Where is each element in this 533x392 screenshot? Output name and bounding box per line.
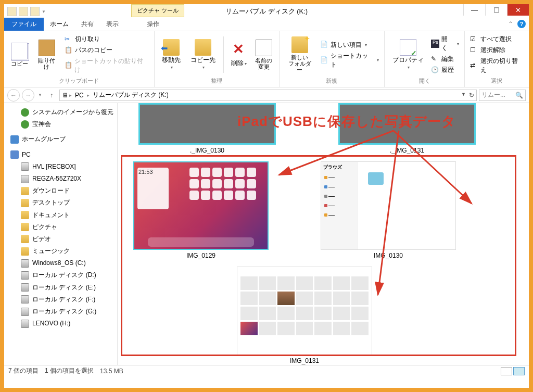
thumbnails-view-button[interactable] — [513, 367, 525, 375]
nav-item-label: ローカル ディスク (D:) — [32, 270, 96, 280]
nav-item-label: ローカル ディスク (G:) — [32, 307, 96, 317]
cut-button[interactable]: ✂切り取り — [64, 34, 150, 44]
details-view-button[interactable] — [501, 367, 512, 375]
folder-icon — [21, 199, 29, 207]
paste-button[interactable]: 貼り付け — [33, 33, 60, 76]
move-to-button[interactable]: ⬅移動先▾ — [159, 33, 184, 76]
nav-item[interactable]: ローカル ディスク (D:) — [4, 269, 117, 281]
nav-homegroup[interactable]: ホームグループ — [4, 133, 117, 145]
file-item-selected[interactable]: 21:53 IMG_0129 — [133, 161, 269, 259]
dropdown-icon[interactable]: ▼ — [461, 92, 466, 99]
search-icon: 🔍 — [515, 92, 523, 99]
file-item[interactable]: IMG_0131 — [133, 267, 476, 364]
file-item[interactable]: ブラウズ — — — — — IMG_0130 — [321, 161, 456, 259]
address-bar[interactable]: 🖥 ▸ PC ▸ リムーバブル ディスク (K:) ▼ ↻ — [59, 90, 477, 101]
nav-item[interactable]: Windows8_OS (C:) — [4, 257, 117, 269]
window-controls: — ☐ ✕ — [463, 4, 529, 16]
folder-icon — [21, 247, 29, 256]
nav-item-label: ビデオ — [32, 234, 51, 244]
nav-item[interactable]: ローカル ディスク (F:) — [4, 294, 117, 306]
nav-item[interactable]: ミュージック — [4, 245, 117, 257]
nav-system-restore[interactable]: システムのイメージから復元 — [4, 106, 117, 118]
collapse-ribbon-icon[interactable]: ⌃ — [508, 20, 513, 28]
content-pane[interactable]: iPadでUSBに保存した写真データ ._IMG_0130 ._IMG_0131 — [118, 103, 529, 365]
clipboard-group: コピー 貼り付け ✂切り取り 📋パスのコピー 📋ショートカットの貼り付け クリッ… — [4, 31, 155, 87]
search-input[interactable]: リムー... 🔍 — [479, 90, 526, 101]
history-dropdown-icon[interactable]: ▼ — [36, 89, 44, 102]
main-area: システムのイメージから復元 宝神会 ホームグループ PC HVL [RECBOX… — [4, 103, 529, 365]
nav-item-label: ピクチャ — [32, 222, 57, 232]
qat-dropdown-icon[interactable]: ▼ — [42, 9, 46, 14]
select-none-button[interactable]: ☐選択解除 — [469, 45, 525, 55]
nav-item[interactable]: デスクトップ — [4, 197, 117, 209]
history-button[interactable]: 🕑履歴 — [430, 65, 460, 75]
group-label: 開く — [389, 76, 460, 85]
file-grid: ._IMG_0130 ._IMG_0131 21:53 — [118, 103, 486, 365]
paste-shortcut-button[interactable]: 📋ショートカットの貼り付け — [64, 56, 150, 75]
view-tab[interactable]: 表示 — [100, 18, 125, 31]
nav-item[interactable]: ピクチャ — [4, 221, 117, 233]
organize-group: ⬅移動先▾ コピー先▾ 削除▾ 名前の 変更 整理 — [155, 31, 280, 87]
file-label: IMG_0129 — [186, 252, 215, 259]
context-operation-tab[interactable]: 操作 — [141, 18, 166, 31]
folder-icon — [21, 223, 29, 231]
new-item-button[interactable]: 📄新しい項目▾ — [319, 40, 380, 50]
ribbon: コピー 貼り付け ✂切り取り 📋パスのコピー 📋ショートカットの貼り付け クリッ… — [4, 31, 529, 87]
quick-access-toolbar: ▼ — [4, 7, 49, 16]
nav-item[interactable]: ローカル ディスク (G:) — [4, 306, 117, 318]
nav-item[interactable]: ドキュメント — [4, 209, 117, 221]
back-button[interactable]: ← — [7, 89, 20, 102]
nav-hojinkai[interactable]: 宝神会 — [4, 118, 117, 130]
close-button[interactable]: ✕ — [507, 4, 529, 16]
up-button[interactable]: ↑ — [46, 90, 57, 101]
file-thumbnail — [237, 267, 372, 355]
breadcrumb-drive[interactable]: リムーバブル ディスク (K:) — [91, 91, 171, 99]
help-icon[interactable]: ? — [517, 20, 526, 28]
file-tab[interactable]: ファイル — [4, 18, 44, 31]
navigation-pane[interactable]: システムのイメージから復元 宝神会 ホームグループ PC HVL [RECBOX… — [4, 103, 118, 365]
rename-button[interactable]: 名前の 変更 — [253, 33, 275, 76]
drive-icon — [21, 308, 29, 316]
file-thumbnail: ブラウズ — — — — — — [321, 161, 456, 250]
maximize-button[interactable]: ☐ — [485, 4, 507, 16]
group-label: 新規 — [284, 76, 380, 85]
select-all-button[interactable]: ☑すべて選択 — [469, 34, 525, 44]
forward-button[interactable]: → — [22, 89, 34, 102]
nav-item[interactable]: ローカル ディスク (E:) — [4, 282, 117, 294]
group-label: 選択 — [469, 76, 525, 85]
file-label: IMG_0131 — [290, 357, 319, 364]
qat-icon[interactable] — [7, 7, 17, 16]
new-group: ✦新しい フォルダー 📄新しい項目▾ 📄ショートカット▾ 新規 — [280, 31, 385, 87]
nav-item-label: ローカル ディスク (E:) — [32, 283, 96, 293]
nav-item[interactable]: HVL [RECBOX] — [4, 161, 117, 173]
copy-button[interactable]: コピー — [8, 33, 30, 76]
open-button[interactable]: Ps開く▾ — [430, 34, 460, 53]
select-group: ☑すべて選択 ☐選択解除 ⇄選択の切り替え 選択 — [465, 31, 529, 87]
copy-path-button[interactable]: 📋パスのコピー — [64, 45, 150, 55]
nav-pc[interactable]: PC — [4, 149, 117, 161]
qat-icon[interactable] — [19, 7, 28, 16]
invert-selection-button[interactable]: ⇄選択の切り替え — [469, 56, 525, 75]
selection-size: 13.5 MB — [100, 368, 123, 375]
file-label: ._IMG_0131 — [390, 147, 424, 154]
nav-item[interactable]: REGZA-55Z720X — [4, 173, 117, 185]
edit-button[interactable]: ✎編集 — [430, 54, 460, 64]
delete-button[interactable]: 削除▾ — [228, 33, 250, 76]
minimize-button[interactable]: — — [463, 4, 485, 16]
chevron-right-icon[interactable]: ▸ — [87, 93, 90, 98]
refresh-icon[interactable]: ↻ — [469, 92, 474, 99]
qat-icon[interactable] — [30, 7, 40, 16]
new-folder-button[interactable]: ✦新しい フォルダー — [284, 33, 316, 76]
home-tab[interactable]: ホーム — [44, 18, 75, 31]
breadcrumb-pc[interactable]: PC — [73, 92, 86, 99]
chevron-right-icon[interactable]: ▸ — [69, 93, 72, 98]
file-label: IMG_0130 — [374, 252, 403, 259]
new-shortcut-button[interactable]: 📄ショートカット▾ — [319, 51, 380, 70]
window-title: リムーバブル ディスク (K:) — [225, 7, 308, 16]
nav-item[interactable]: ビデオ — [4, 233, 117, 245]
copy-to-button[interactable]: コピー先▾ — [187, 33, 219, 76]
nav-item[interactable]: LENOVO (H:) — [4, 318, 117, 330]
nav-item[interactable]: ダウンロード — [4, 185, 117, 197]
share-tab[interactable]: 共有 — [75, 18, 100, 31]
properties-button[interactable]: プロパティ▾ — [389, 33, 427, 76]
